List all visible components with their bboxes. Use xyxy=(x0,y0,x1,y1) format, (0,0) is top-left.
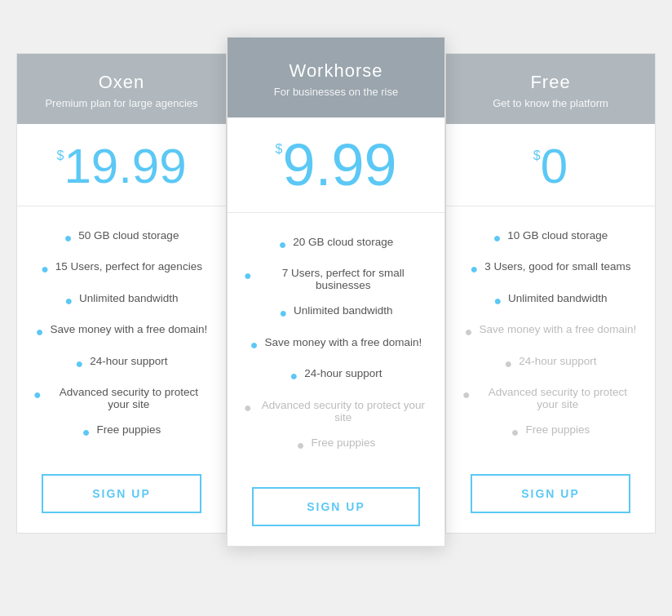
feature-item-free-4: ●24-hour support xyxy=(462,348,639,379)
price-dollar-oxen: $ xyxy=(56,148,64,163)
feature-bullet-workhorse-5: ● xyxy=(244,399,252,417)
price-wrapper-free: $0 xyxy=(533,142,568,191)
feature-bullet-workhorse-1: ● xyxy=(244,267,252,285)
feature-item-free-0: ●10 GB cloud storage xyxy=(462,223,639,254)
plan-card-workhorse: WorkhorseFor businesses on the rise$9.99… xyxy=(227,37,445,547)
feature-item-oxen-0: ●50 GB cloud storage xyxy=(33,223,210,254)
btn-section-workhorse: SIGN UP xyxy=(228,474,444,546)
feature-bullet-free-6: ● xyxy=(511,423,519,441)
feature-bullet-free-0: ● xyxy=(493,229,502,247)
price-section-workhorse: $9.99 xyxy=(228,117,444,213)
feature-bullet-oxen-6: ● xyxy=(82,423,91,441)
feature-item-oxen-6: ●Free puppies xyxy=(33,417,210,448)
feature-text-workhorse-2: Unlimited bandwidth xyxy=(294,304,393,317)
price-amount-free: 0 xyxy=(541,142,568,191)
plan-header-free: FreeGet to know the platform xyxy=(446,54,655,124)
feature-bullet-workhorse-3: ● xyxy=(250,336,259,354)
plan-name-workhorse: Workhorse xyxy=(244,60,428,82)
feature-item-workhorse-1: ●7 Users, perfect for small businesses xyxy=(244,260,428,298)
feature-bullet-oxen-5: ● xyxy=(33,386,42,404)
feature-item-free-3: ●Save money with a free domain! xyxy=(462,317,639,348)
feature-bullet-free-1: ● xyxy=(471,260,479,278)
price-wrapper-oxen: $19.99 xyxy=(56,142,186,191)
price-section-free: $0 xyxy=(446,124,655,206)
feature-text-free-0: 10 GB cloud storage xyxy=(507,229,608,242)
plan-header-oxen: OxenPremium plan for large agencies xyxy=(17,54,226,124)
plan-tagline-workhorse: For businesses on the rise xyxy=(244,86,428,98)
feature-text-workhorse-4: 24-hour support xyxy=(304,367,382,379)
price-dollar-free: $ xyxy=(533,148,541,163)
feature-text-oxen-6: Free puppies xyxy=(96,423,161,436)
feature-text-free-5: Advanced security to protect your site xyxy=(477,386,639,410)
features-section-workhorse: ●20 GB cloud storage●7 Users, perfect fo… xyxy=(228,213,444,474)
feature-text-free-4: 24-hour support xyxy=(519,355,596,367)
feature-item-oxen-1: ●15 Users, perfect for agencies xyxy=(33,254,210,285)
feature-text-workhorse-5: Advanced security to protect your site xyxy=(259,399,428,423)
signup-button-oxen[interactable]: SIGN UP xyxy=(42,474,201,513)
feature-item-free-5: ●Advanced security to protect your site xyxy=(462,379,639,417)
feature-bullet-workhorse-2: ● xyxy=(279,304,287,322)
feature-text-oxen-0: 50 GB cloud storage xyxy=(78,229,179,242)
feature-item-workhorse-3: ●Save money with a free domain! xyxy=(244,330,428,361)
feature-bullet-free-4: ● xyxy=(505,355,513,373)
price-section-oxen: $19.99 xyxy=(17,124,226,206)
feature-bullet-oxen-4: ● xyxy=(76,355,84,373)
signup-button-workhorse[interactable]: SIGN UP xyxy=(252,487,420,526)
feature-item-workhorse-5: ●Advanced security to protect your site xyxy=(244,392,428,430)
feature-text-free-1: 3 Users, good for small teams xyxy=(484,260,630,273)
pricing-container: OxenPremium plan for large agencies$19.9… xyxy=(0,29,672,587)
price-dollar-workhorse: $ xyxy=(275,142,282,157)
feature-text-free-2: Unlimited bandwidth xyxy=(508,292,608,304)
feature-text-oxen-4: 24-hour support xyxy=(90,355,167,367)
signup-button-free[interactable]: SIGN UP xyxy=(471,474,630,513)
feature-item-oxen-2: ●Unlimited bandwidth xyxy=(33,286,210,317)
feature-bullet-oxen-2: ● xyxy=(64,292,73,310)
btn-section-free: SIGN UP xyxy=(446,461,655,533)
price-amount-workhorse: 9.99 xyxy=(282,135,396,194)
feature-text-oxen-3: Save money with a free domain! xyxy=(50,323,207,335)
feature-text-free-3: Save money with a free domain! xyxy=(479,323,636,335)
price-amount-oxen: 19.99 xyxy=(64,142,186,191)
plan-tagline-free: Get to know the platform xyxy=(462,97,639,109)
feature-bullet-workhorse-4: ● xyxy=(290,367,298,385)
feature-bullet-free-2: ● xyxy=(493,292,502,310)
feature-bullet-oxen-0: ● xyxy=(64,229,73,247)
feature-bullet-workhorse-6: ● xyxy=(297,437,305,454)
feature-bullet-workhorse-0: ● xyxy=(279,236,287,254)
plan-header-workhorse: WorkhorseFor businesses on the rise xyxy=(228,38,444,117)
plan-tagline-oxen: Premium plan for large agencies xyxy=(33,97,210,109)
feature-text-workhorse-0: 20 GB cloud storage xyxy=(293,236,393,248)
feature-item-workhorse-0: ●20 GB cloud storage xyxy=(244,229,428,260)
feature-bullet-oxen-3: ● xyxy=(36,323,44,341)
feature-bullet-free-3: ● xyxy=(465,323,473,341)
features-section-oxen: ●50 GB cloud storage●15 Users, perfect f… xyxy=(17,206,226,461)
feature-item-workhorse-4: ●24-hour support xyxy=(244,361,428,392)
plan-card-free: FreeGet to know the platform$0●10 GB clo… xyxy=(445,53,656,534)
feature-item-free-6: ●Free puppies xyxy=(462,417,639,448)
feature-item-oxen-5: ●Advanced security to protect your site xyxy=(33,379,210,417)
feature-item-free-2: ●Unlimited bandwidth xyxy=(462,286,639,317)
price-wrapper-workhorse: $9.99 xyxy=(275,135,396,194)
plan-card-oxen: OxenPremium plan for large agencies$19.9… xyxy=(16,53,227,534)
feature-text-oxen-1: 15 Users, perfect for agencies xyxy=(55,260,202,273)
feature-text-workhorse-1: 7 Users, perfect for small businesses xyxy=(259,267,428,291)
feature-text-workhorse-6: Free puppies xyxy=(311,437,375,449)
features-section-free: ●10 GB cloud storage●3 Users, good for s… xyxy=(446,206,655,461)
feature-bullet-free-5: ● xyxy=(462,386,471,404)
feature-text-oxen-2: Unlimited bandwidth xyxy=(79,292,179,304)
feature-bullet-oxen-1: ● xyxy=(41,260,49,278)
feature-item-workhorse-6: ●Free puppies xyxy=(244,430,428,461)
btn-section-oxen: SIGN UP xyxy=(17,461,226,533)
feature-item-oxen-3: ●Save money with a free domain! xyxy=(33,317,210,348)
feature-item-oxen-4: ●24-hour support xyxy=(33,348,210,379)
plan-name-free: Free xyxy=(462,72,639,93)
feature-text-free-6: Free puppies xyxy=(525,423,590,436)
feature-item-workhorse-2: ●Unlimited bandwidth xyxy=(244,298,428,329)
plan-name-oxen: Oxen xyxy=(33,72,210,93)
feature-item-free-1: ●3 Users, good for small teams xyxy=(462,254,639,285)
feature-text-oxen-5: Advanced security to protect your site xyxy=(48,386,210,410)
feature-text-workhorse-3: Save money with a free domain! xyxy=(264,336,422,348)
